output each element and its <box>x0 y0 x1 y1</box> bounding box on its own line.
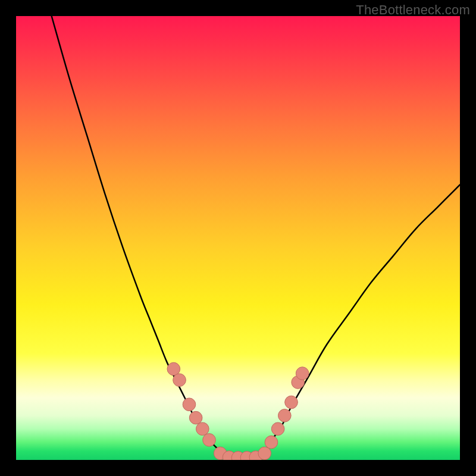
chart-frame: TheBottleneck.com <box>0 0 476 476</box>
curve-markers <box>167 362 309 460</box>
marker-point <box>203 434 216 447</box>
marker-point <box>196 422 209 436</box>
attribution-label: TheBottleneck.com <box>356 2 470 18</box>
marker-point <box>285 396 298 409</box>
marker-point <box>278 409 292 422</box>
marker-point <box>258 447 271 460</box>
marker-point <box>173 374 186 387</box>
marker-point <box>296 367 309 380</box>
marker-point <box>271 422 284 436</box>
series-left-curve <box>52 16 229 458</box>
marker-point <box>189 411 202 424</box>
plot-area <box>16 16 460 460</box>
marker-point <box>183 398 196 411</box>
marker-point <box>265 436 278 449</box>
curve-layer <box>16 16 460 460</box>
curve-paths <box>52 16 460 460</box>
